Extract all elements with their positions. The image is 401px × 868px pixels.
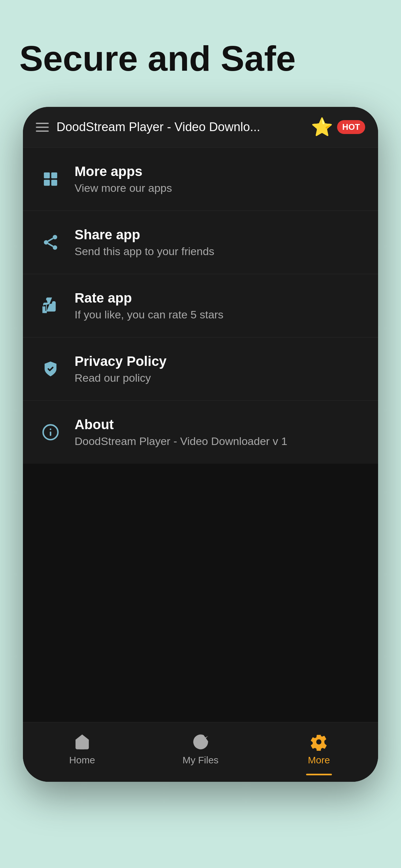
svg-point-12 <box>50 429 51 430</box>
menu-item-more-apps[interactable]: More apps View more our apps <box>23 148 378 211</box>
menu-item-privacy-policy[interactable]: Privacy Policy Read our policy <box>23 337 378 401</box>
nav-item-home[interactable]: Home <box>23 732 142 766</box>
menu-list: More apps View more our apps Share <box>23 148 378 464</box>
nav-label-more: More <box>308 755 330 766</box>
phone-frame: DoodStream Player - Video Downlo... ⭐ HO… <box>23 107 378 782</box>
svg-rect-1 <box>51 173 57 178</box>
my-files-icon <box>191 732 210 751</box>
grid-icon <box>39 168 62 190</box>
menu-label-share-app: Share app <box>74 227 214 243</box>
nav-item-more[interactable]: More <box>259 732 378 766</box>
share-icon <box>39 231 62 254</box>
menu-text-more-apps: More apps View more our apps <box>74 164 172 194</box>
menu-sublabel-rate-app: If you like, you can rate 5 stars <box>74 308 223 321</box>
top-bar-icons: ⭐ HOT <box>311 117 365 137</box>
nav-label-home: Home <box>69 755 95 766</box>
menu-item-about[interactable]: About DoodStream Player - Video Download… <box>23 401 378 464</box>
hamburger-menu-icon[interactable] <box>36 123 49 132</box>
svg-rect-0 <box>43 173 50 178</box>
star-icon: ⭐ <box>311 117 333 137</box>
nav-item-my-files[interactable]: My Files <box>142 732 260 766</box>
phone-wrapper: DoodStream Player - Video Downlo... ⭐ HO… <box>23 107 378 782</box>
menu-sublabel-more-apps: View more our apps <box>74 182 172 194</box>
shield-icon <box>39 358 62 380</box>
thumb-icon <box>39 294 62 317</box>
svg-line-8 <box>48 238 53 241</box>
svg-point-6 <box>53 245 57 250</box>
info-icon <box>39 421 62 444</box>
svg-rect-2 <box>43 180 50 186</box>
menu-label-about: About <box>74 417 287 432</box>
menu-label-more-apps: More apps <box>74 164 172 179</box>
content-area <box>23 464 378 722</box>
menu-label-privacy-policy: Privacy Policy <box>74 353 166 369</box>
menu-text-privacy-policy: Privacy Policy Read our policy <box>74 353 166 384</box>
menu-text-about: About DoodStream Player - Video Download… <box>74 417 287 447</box>
menu-item-rate-app[interactable]: Rate app If you like, you can rate 5 sta… <box>23 274 378 337</box>
svg-rect-3 <box>51 180 57 186</box>
svg-point-5 <box>43 240 48 245</box>
top-bar-left: DoodStream Player - Video Downlo... <box>36 120 260 134</box>
page-title: Secure and Safe <box>19 39 296 78</box>
svg-point-4 <box>53 235 57 240</box>
hot-badge: HOT <box>337 120 365 134</box>
bottom-nav: Home My Files More <box>23 722 378 782</box>
nav-label-my-files: My Files <box>182 755 219 766</box>
menu-label-rate-app: Rate app <box>74 290 223 306</box>
app-title: DoodStream Player - Video Downlo... <box>57 120 260 134</box>
more-icon <box>309 732 329 751</box>
menu-text-rate-app: Rate app If you like, you can rate 5 sta… <box>74 290 223 321</box>
menu-item-share-app[interactable]: Share app Send this app to your friends <box>23 211 378 274</box>
menu-sublabel-privacy-policy: Read our policy <box>74 372 166 384</box>
menu-sublabel-about: DoodStream Player - Video Downloader v 1 <box>74 435 287 447</box>
menu-text-share-app: Share app Send this app to your friends <box>74 227 214 258</box>
home-icon <box>72 732 92 751</box>
svg-line-7 <box>48 244 53 246</box>
menu-sublabel-share-app: Send this app to your friends <box>74 245 214 258</box>
top-bar: DoodStream Player - Video Downlo... ⭐ HO… <box>23 107 378 148</box>
